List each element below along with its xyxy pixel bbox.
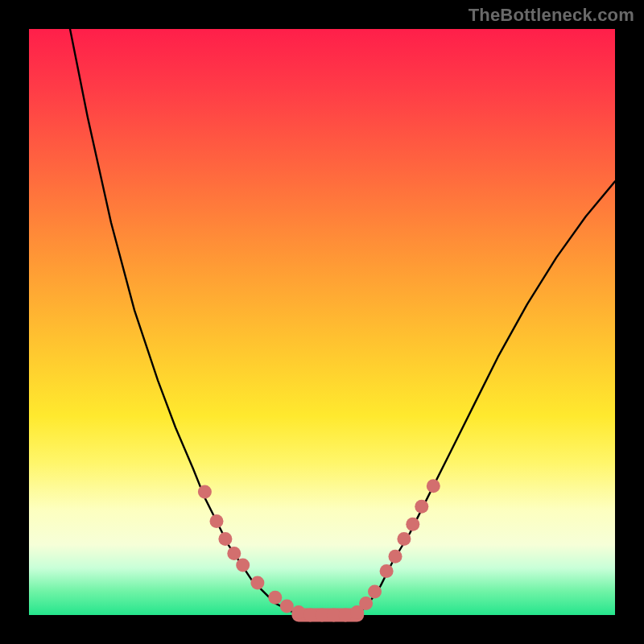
data-point-marker bbox=[198, 485, 212, 499]
data-point-marker bbox=[227, 547, 241, 560]
data-point-marker bbox=[380, 564, 394, 578]
data-point-marker bbox=[359, 597, 373, 610]
series-group bbox=[70, 29, 615, 615]
data-point-marker bbox=[415, 500, 428, 514]
data-point-marker bbox=[210, 514, 224, 528]
data-point-marker bbox=[327, 609, 341, 622]
data-point-marker bbox=[291, 605, 305, 619]
data-point-marker bbox=[268, 591, 282, 605]
data-point-marker bbox=[316, 609, 329, 622]
data-point-marker bbox=[339, 609, 353, 622]
watermark-text: TheBottleneck.com bbox=[469, 5, 634, 26]
chart-frame: TheBottleneck.com bbox=[0, 0, 644, 644]
data-point-marker bbox=[280, 600, 294, 613]
plot-area bbox=[29, 29, 615, 615]
data-point-marker bbox=[218, 532, 232, 546]
data-point-marker bbox=[427, 479, 440, 493]
marker-group bbox=[198, 479, 440, 621]
data-point-marker bbox=[368, 584, 382, 598]
data-point-marker bbox=[236, 559, 250, 572]
data-point-marker bbox=[389, 550, 402, 564]
data-point-marker bbox=[250, 576, 264, 590]
data-point-marker bbox=[397, 532, 411, 546]
chart-svg bbox=[29, 29, 615, 615]
data-point-marker bbox=[406, 518, 419, 531]
bottleneck-curve bbox=[70, 29, 615, 615]
data-point-marker bbox=[303, 609, 317, 622]
